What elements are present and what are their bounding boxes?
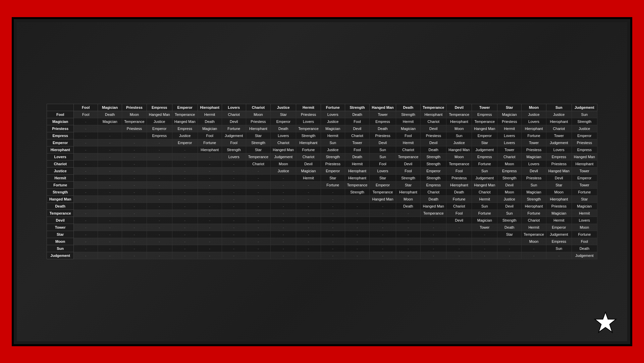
- table-cell: -: [222, 217, 246, 224]
- table-cell: -: [74, 125, 98, 132]
- table-cell: -: [122, 245, 147, 252]
- table-cell: Empress: [172, 125, 198, 132]
- table-cell: Fortune: [572, 189, 597, 196]
- table-cell: Death: [421, 146, 446, 153]
- table-cell: Moon: [396, 196, 421, 203]
- table-cell: -: [198, 182, 222, 189]
- table-cell: -: [172, 168, 198, 175]
- table-cell: Strength: [222, 146, 246, 153]
- table-cell: Fool: [345, 146, 370, 153]
- table-cell: Moon: [522, 238, 546, 245]
- table-cell: -: [98, 139, 122, 146]
- table-cell: -: [172, 175, 198, 182]
- table-cell: -: [74, 161, 98, 168]
- table-cell: Justice: [497, 196, 522, 203]
- table-cell: -: [522, 252, 546, 259]
- table-row: Sun-------------------SunDeath: [47, 245, 597, 252]
- table-cell: -: [246, 196, 271, 203]
- table-cell: Hermit: [296, 175, 321, 182]
- table-cell: Moon: [446, 125, 472, 132]
- table-cell: Fool: [396, 132, 421, 139]
- table-cell: -: [74, 231, 98, 238]
- table-cell: Death: [345, 111, 370, 118]
- table-cell: -: [172, 210, 198, 217]
- col-header-death: Death: [396, 104, 421, 111]
- table-cell: Star: [546, 182, 572, 189]
- table-cell: Hanged Man: [271, 146, 296, 153]
- table-cell: Star: [321, 175, 345, 182]
- table-cell: Sun: [370, 153, 396, 161]
- table-cell: -: [74, 182, 98, 189]
- table-cell: Temperance: [522, 231, 546, 238]
- table-cell: -: [446, 238, 472, 245]
- table-cell: Priestess: [321, 161, 345, 168]
- table-cell: -: [122, 139, 147, 146]
- table-cell: Judgement: [271, 153, 296, 161]
- table-cell: -: [296, 210, 321, 217]
- col-header-empress: Empress: [147, 104, 172, 111]
- table-cell: -: [421, 217, 446, 224]
- table-cell: Strength: [296, 132, 321, 139]
- table-cell: Temperance: [446, 111, 472, 118]
- table-cell: -: [122, 217, 147, 224]
- table-cell: Fool: [74, 111, 98, 118]
- table-cell: -: [222, 203, 246, 210]
- table-cell: Empress: [546, 238, 572, 245]
- table-cell: Star: [246, 146, 271, 153]
- table-cell: -: [74, 217, 98, 224]
- table-cell: -: [98, 125, 122, 132]
- table-cell: -: [147, 168, 172, 175]
- table-cell: Hermit: [522, 224, 546, 231]
- table-cell: -: [271, 175, 296, 182]
- table-cell: -: [98, 210, 122, 217]
- table-cell: Emperor: [271, 118, 296, 125]
- table-cell: Star: [497, 231, 522, 238]
- table-cell: Lovers: [271, 132, 296, 139]
- table-cell: -: [345, 196, 370, 203]
- table-cell: Justice: [572, 125, 597, 132]
- table-cell: Empress: [546, 153, 572, 161]
- table-cell: -: [222, 168, 246, 175]
- table-cell: Devil: [497, 203, 522, 210]
- table-cell: Hierophant: [522, 203, 546, 210]
- row-header-sun: Sun: [47, 245, 74, 252]
- row-header-fortune: Fortune: [47, 182, 74, 189]
- col-header-strength: Strength: [345, 104, 370, 111]
- table-cell: -: [222, 210, 246, 217]
- table-row: Magician-MagicianTemperanceJusticeHanged…: [47, 118, 597, 125]
- table-cell: -: [246, 175, 271, 182]
- table-cell: -: [472, 238, 497, 245]
- arcana-fusion-table: FoolMagicianPriestessEmpressEmperorHiero…: [47, 104, 597, 259]
- table-cell: -: [74, 175, 98, 182]
- table-cell: -: [122, 203, 147, 210]
- table-row: Priestess--PriestessEmperorEmpressMagici…: [47, 125, 597, 132]
- table-cell: -: [271, 224, 296, 231]
- table-cell: -: [345, 252, 370, 259]
- table-cell: -: [147, 224, 172, 231]
- table-cell: -: [296, 231, 321, 238]
- table-cell: -: [172, 238, 198, 245]
- table-cell: -: [497, 252, 522, 259]
- table-cell: Chariot: [271, 139, 296, 146]
- table-cell: Death: [198, 118, 222, 125]
- table-cell: -: [345, 203, 370, 210]
- table-cell: -: [147, 203, 172, 210]
- table-cell: Hierophant: [421, 111, 446, 118]
- table-cell: -: [147, 189, 172, 196]
- table-cell: -: [246, 203, 271, 210]
- table-cell: Fool: [446, 210, 472, 217]
- row-header-star: Star: [47, 231, 74, 238]
- table-cell: Chariot: [222, 111, 246, 118]
- table-cell: Star: [246, 132, 271, 139]
- table-cell: Lovers: [546, 146, 572, 153]
- table-cell: Chariot: [345, 132, 370, 139]
- table-cell: Death: [396, 203, 421, 210]
- table-cell: -: [321, 224, 345, 231]
- table-cell: Judgement: [546, 139, 572, 146]
- table-cell: Justice: [446, 139, 472, 146]
- table-cell: Emperor: [472, 132, 497, 139]
- table-cell: -: [74, 252, 98, 259]
- table-cell: -: [172, 146, 198, 153]
- table-cell: -: [472, 245, 497, 252]
- table-body: FoolFoolDeathMoonHanged ManTemperanceHer…: [47, 111, 597, 259]
